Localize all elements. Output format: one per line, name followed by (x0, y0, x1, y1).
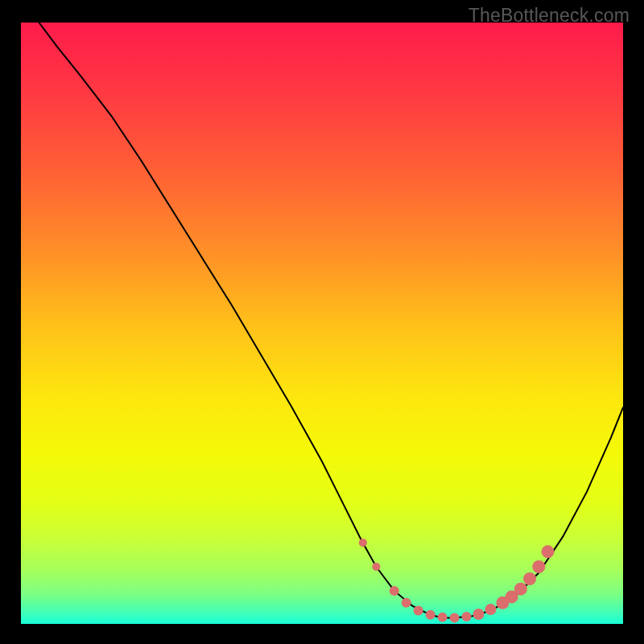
curve-marker (438, 613, 448, 622)
curve-marker (372, 563, 380, 571)
chart-svg (21, 23, 623, 624)
curve-marker (532, 560, 545, 573)
curve-marker (390, 586, 399, 596)
chart-container: TheBottleneck.com (0, 0, 644, 644)
curve-marker (542, 545, 555, 558)
gradient-background (21, 23, 623, 624)
curve-marker (414, 606, 423, 616)
curve-marker (359, 539, 367, 547)
curve-marker (514, 583, 527, 596)
plot-area (21, 23, 623, 624)
curve-marker (450, 613, 460, 623)
curve-marker (485, 604, 496, 615)
curve-marker (523, 572, 536, 585)
curve-marker (426, 610, 436, 620)
curve-marker (402, 598, 411, 608)
curve-marker (462, 612, 472, 621)
watermark-text: TheBottleneck.com (469, 5, 630, 27)
curve-marker (473, 609, 484, 620)
